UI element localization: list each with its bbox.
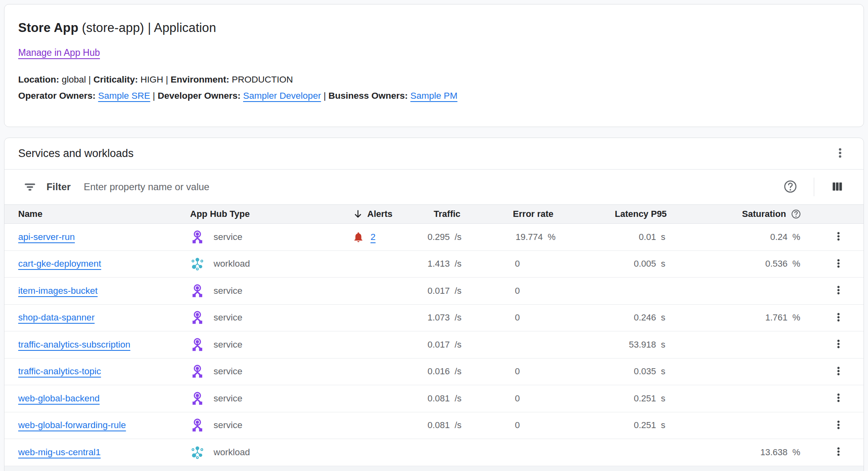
- type-cell: service: [180, 310, 314, 325]
- traffic-value: 1.073: [391, 312, 450, 323]
- developer-owner-link[interactable]: Sampler Developer: [243, 91, 321, 101]
- table-row: web-global-forwarding-rule service 0.081…: [4, 412, 864, 439]
- service-link[interactable]: web-mig-us-central1: [18, 447, 101, 457]
- kebab-icon: [833, 284, 844, 297]
- error-rate-value: 0: [515, 393, 520, 404]
- saturation-value: 1.761: [682, 312, 788, 323]
- latency-value: 0.251: [569, 393, 656, 404]
- app-summary-card: Store App (store-app) | Application Mana…: [4, 4, 864, 127]
- column-header-name[interactable]: Name: [4, 209, 180, 219]
- kebab-icon: [834, 147, 846, 160]
- saturation-value: 13.638: [682, 447, 788, 458]
- column-header-saturation[interactable]: Saturation: [684, 209, 815, 219]
- kebab-icon: [833, 365, 844, 378]
- latency-unit: s: [656, 393, 672, 404]
- column-header-app-hub-type[interactable]: App Hub Type: [180, 209, 314, 219]
- alert-bell-icon: [353, 231, 364, 243]
- row-overflow-menu-button[interactable]: [830, 416, 847, 434]
- service-link[interactable]: cart-gke-deployment: [18, 259, 101, 269]
- traffic-unit: /s: [450, 312, 466, 323]
- table-row: web-mig-us-central1 workload 13.638%: [4, 439, 864, 466]
- table-row: item-images-bucket service 0.017/s 0: [4, 278, 864, 305]
- type-cell: service: [180, 418, 314, 433]
- error-rate-cell: 0: [476, 420, 569, 431]
- error-rate-cell: 0: [476, 312, 569, 323]
- traffic-value: 0.017: [391, 286, 450, 296]
- traffic-value: 0.295: [391, 232, 450, 242]
- saturation-unit: %: [788, 312, 804, 323]
- row-overflow-menu-button[interactable]: [830, 390, 847, 407]
- name-cell: web-global-forwarding-rule: [4, 420, 180, 431]
- kebab-icon: [833, 312, 844, 324]
- type-label: workload: [214, 259, 250, 269]
- kebab-icon: [833, 338, 844, 351]
- latency-cell: 0.251s: [569, 393, 682, 404]
- actions-cell: [813, 443, 864, 461]
- row-overflow-menu-button[interactable]: [830, 363, 847, 380]
- row-overflow-menu-button[interactable]: [830, 443, 847, 461]
- service-link[interactable]: shop-data-spanner: [18, 312, 95, 322]
- column-header-traffic[interactable]: Traffic: [392, 209, 477, 219]
- name-cell: traffic-analytics-subscription: [4, 339, 180, 350]
- row-overflow-menu-button[interactable]: [830, 309, 847, 327]
- latency-unit: s: [656, 339, 672, 350]
- actions-cell: [813, 416, 864, 434]
- actions-cell: [813, 363, 864, 380]
- traffic-value: 0.016: [391, 366, 450, 377]
- service-link[interactable]: web-global-forwarding-rule: [18, 420, 126, 430]
- type-label: service: [214, 286, 242, 296]
- section-title: Services and workloads: [18, 147, 831, 160]
- service-link[interactable]: item-images-bucket: [18, 286, 97, 296]
- row-overflow-menu-button[interactable]: [830, 336, 847, 354]
- service-type-icon: [190, 310, 205, 325]
- row-overflow-menu-button[interactable]: [830, 228, 847, 246]
- business-owner-link[interactable]: Sample PM: [411, 91, 457, 101]
- traffic-cell: 0.017/s: [391, 286, 476, 296]
- column-header-error-rate[interactable]: Error rate: [477, 209, 570, 219]
- operator-owner-link[interactable]: Sample SRE: [98, 91, 150, 101]
- filter-bar: Filter: [4, 170, 864, 205]
- saturation-cell: 13.638%: [682, 447, 813, 458]
- column-header-latency-p95[interactable]: Latency P95: [570, 209, 684, 219]
- manage-app-hub-link[interactable]: Manage in App Hub: [18, 47, 100, 58]
- latency-value: 0.035: [569, 366, 656, 377]
- app-title-suffix: (store-app) | Application: [78, 21, 216, 35]
- error-rate-unit: %: [543, 232, 559, 242]
- service-link[interactable]: api-server-run: [18, 232, 75, 242]
- column-header-alerts-label: Alerts: [367, 209, 392, 219]
- column-display-button[interactable]: [830, 180, 844, 195]
- traffic-unit: /s: [450, 420, 466, 431]
- type-label: service: [214, 366, 242, 377]
- traffic-cell: 0.016/s: [391, 366, 476, 377]
- actions-cell: [813, 255, 864, 273]
- saturation-unit: %: [788, 232, 804, 242]
- page: Store App (store-app) | Application Mana…: [0, 0, 868, 471]
- columns-icon: [830, 180, 844, 195]
- type-cell: workload: [180, 445, 314, 460]
- latency-cell: 53.918s: [569, 339, 682, 350]
- row-overflow-menu-button[interactable]: [830, 282, 847, 300]
- actions-cell: [813, 228, 864, 246]
- service-link[interactable]: traffic-analytics-subscription: [18, 339, 130, 350]
- service-link[interactable]: web-global-backend: [18, 393, 100, 403]
- actions-cell: [813, 390, 864, 407]
- row-overflow-menu-button[interactable]: [830, 255, 847, 273]
- filter-input[interactable]: [84, 181, 783, 193]
- alerts-cell: 2: [314, 231, 391, 243]
- latency-cell: 0.246s: [569, 312, 682, 323]
- location-label: Location:: [18, 74, 59, 85]
- error-rate-cell: 19.774%: [476, 232, 569, 242]
- environment-label: Environment:: [171, 74, 229, 85]
- alert-count-link[interactable]: 2: [370, 232, 376, 242]
- column-header-alerts[interactable]: Alerts: [314, 209, 392, 219]
- filter-help-button[interactable]: [783, 179, 798, 195]
- error-rate-value: 0: [515, 286, 520, 296]
- latency-value: 0.246: [569, 312, 656, 323]
- type-label: service: [214, 420, 242, 431]
- saturation-unit: %: [788, 447, 804, 458]
- panel-overflow-menu-button[interactable]: [831, 145, 849, 163]
- service-link[interactable]: traffic-analytics-topic: [18, 366, 101, 376]
- name-cell: item-images-bucket: [4, 286, 180, 296]
- saturation-help-icon[interactable]: [791, 209, 801, 219]
- kebab-icon: [833, 258, 844, 270]
